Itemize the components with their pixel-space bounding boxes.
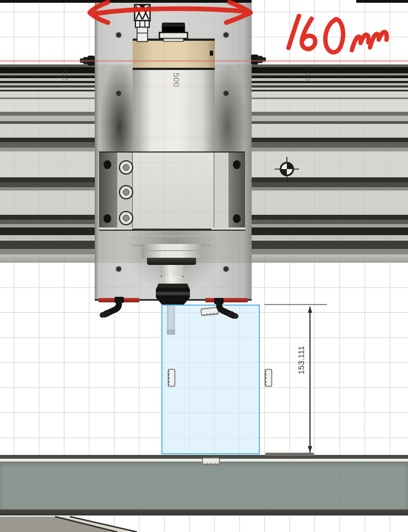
dimension-value[interactable]: 153.111 <box>296 341 306 379</box>
wing-hole <box>233 214 241 223</box>
sketch-profile-rect[interactable] <box>161 305 260 454</box>
spindle-clamp-block[interactable] <box>99 151 245 231</box>
clamp-wing-left <box>99 153 117 227</box>
table-beam[interactable] <box>0 462 408 509</box>
spindle-port <box>210 51 213 56</box>
arrowhead-up-icon <box>308 306 312 313</box>
bolt-washer <box>119 211 133 225</box>
slot-glyph-icon[interactable] <box>202 457 220 466</box>
extrusion-marking-left: C25 <box>41 69 69 91</box>
hose-fitting-icon <box>79 54 95 67</box>
clamp-column-right <box>214 153 230 227</box>
collet-nut[interactable] <box>155 283 191 305</box>
dimension-extension-bottom <box>265 453 314 456</box>
spindle-motor-top[interactable] <box>133 41 215 68</box>
arrowhead-down-icon <box>308 446 312 453</box>
plate-hole <box>116 91 121 96</box>
spindle-nose-step1[interactable] <box>132 229 211 246</box>
plate-hole <box>224 267 229 272</box>
cad-viewport[interactable]: C25 C75 5 <box>0 0 408 532</box>
clamp-wing-right <box>229 153 245 227</box>
plate-hole <box>224 91 229 96</box>
spindle-nose-ring <box>147 258 196 265</box>
top-crop-bar <box>356 0 408 3</box>
dimension-line[interactable] <box>309 307 311 453</box>
bolt-washer <box>119 160 133 175</box>
top-crop-bar <box>0 0 252 3</box>
center-of-mass-icon[interactable] <box>275 157 299 181</box>
plate-hole <box>116 32 121 37</box>
plate-hole <box>224 32 229 37</box>
bolt-washer <box>119 185 133 199</box>
coolant-fitting-icon <box>98 296 127 319</box>
gantry-extrusion-left[interactable] <box>0 64 95 263</box>
spindle-nose-step2[interactable] <box>142 244 202 258</box>
power-connector[interactable] <box>159 22 188 42</box>
hose-fitting-icon <box>251 53 267 66</box>
spindle-label: 500 <box>165 70 188 90</box>
cable-gland[interactable] <box>134 4 151 42</box>
clamp-face <box>133 153 214 227</box>
wing-hole <box>233 160 241 169</box>
plate-hole <box>116 267 121 272</box>
machine-leg[interactable] <box>0 513 143 532</box>
slot-glyph-icon[interactable] <box>167 368 176 387</box>
slot-glyph-icon[interactable] <box>264 368 273 387</box>
wing-hole <box>104 160 111 169</box>
wing-hole <box>104 214 111 223</box>
coolant-fitting-icon <box>211 297 240 321</box>
spindle-shaft <box>161 265 183 277</box>
clamp-bolt-column <box>117 153 133 227</box>
extrusion-marking-right: C75 <box>284 68 312 90</box>
dimension-extension-top <box>264 304 327 305</box>
